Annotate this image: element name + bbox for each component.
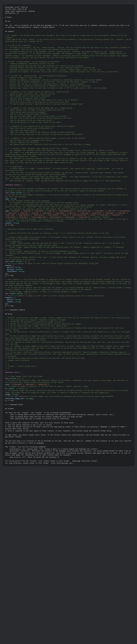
dalle-intro: // Whenever a description of an image is… bbox=[5, 317, 131, 361]
canmore-heading: ## canmore bbox=[5, 30, 14, 32]
ctc-pattern: pattern: string, bbox=[5, 299, 21, 300]
ctc-close: }) => any; bbox=[5, 305, 14, 307]
dalle-heading: ## dalle bbox=[5, 313, 13, 315]
canmore-howto-h: // # # How to use `<canmore>`: bbox=[5, 45, 32, 46]
update-textdoc-sig: type update_textdoc = (_: { bbox=[5, 260, 29, 262]
canmore-howto: // - To create a new document, use the `… bbox=[5, 47, 131, 58]
canmore-usage: // - If unsure whether to trigger ``crea… bbox=[5, 168, 129, 182]
browser-cmds-h: The `browser` tool has the following com… bbox=[5, 446, 46, 448]
meta-img: Image input capabilities: Enabled bbox=[5, 10, 35, 12]
ctd-name: name: string, bbox=[5, 198, 17, 200]
dalle-ex: // { // "prompt": "<insert prompt here>"… bbox=[5, 363, 37, 369]
canmore-ex-update-h: // # # Examples of user requests where y… bbox=[5, 138, 86, 139]
ctd-content: content: string, bbox=[5, 222, 20, 224]
canmore-use: // - Creating standalone, substantial co… bbox=[5, 63, 117, 73]
dalle-size-c: // The size of the requested image. Use … bbox=[5, 380, 129, 383]
dalle-text2im-c: // # Create images from a text-only prom… bbox=[5, 376, 44, 377]
canmore-intro: # The `canmore` tool creates and updates… bbox=[5, 35, 132, 42]
utd-replacement: replacement: string, bbox=[5, 270, 25, 272]
ctd-type-c: // The text document content type to be … bbox=[5, 200, 128, 210]
update-textdoc-c: // # Updates the current text document b… bbox=[5, 232, 129, 260]
canmore-include: // - use "document" for markdown content… bbox=[5, 150, 129, 164]
meta-knowledge: Knowledge cutoff: 2023-10 bbox=[5, 6, 28, 8]
browser-openurl: You can also open a url directly if one … bbox=[5, 440, 132, 444]
canmore-use-h: // # # Use ``create_textdoc`` in the fol… bbox=[5, 61, 60, 63]
canmore-ex-should: // - "Write an email to my boss that I n… bbox=[5, 93, 83, 105]
ctd-close: }) => any; bbox=[5, 224, 14, 226]
utd-updates-c: // The set of updates to apply in order.… bbox=[5, 263, 99, 264]
ctc-comments-close: }[], bbox=[5, 303, 9, 304]
tools-heading: # Tools bbox=[5, 16, 11, 18]
ctc-comments-c: // The set of comments to apply in order… bbox=[5, 295, 105, 297]
canmore-ex-rewrite: // - "Make this shorter/funnier/more pro… bbox=[5, 128, 82, 135]
dalle-close: }) => any; bbox=[5, 400, 14, 402]
utd-pattern: pattern: string, bbox=[5, 266, 21, 268]
utd-close: }) => any; bbox=[5, 275, 14, 276]
meta-date: Current date: 2024-10-04 bbox=[5, 8, 27, 10]
canmore-ex-should-h: // # # Examples of user requests where y… bbox=[5, 91, 72, 93]
browser-repeat: In some cases, you should repeat step 1 … bbox=[5, 434, 130, 438]
ctd-content-c: // The content of the text document. Thi… bbox=[5, 218, 129, 222]
canmore-ex-notuse: // - "Email subject line for email to my… bbox=[5, 109, 72, 123]
ns-canmore-close: } // namespace canmore bbox=[5, 309, 25, 311]
comment-textdoc-c: // Adds comments to the current text doc… bbox=[5, 279, 132, 292]
canmore-usage-h: // # # Usage Notes bbox=[5, 166, 22, 168]
dalle-prompt-c: // The detailed image description, poten… bbox=[5, 390, 129, 393]
browser-intro: You have the tool `browser`. Use `browse… bbox=[5, 412, 114, 420]
content: Knowledge cutoff: 2023-10 Current date: … bbox=[5, 6, 132, 464]
dalle-ex-close: // `` bbox=[5, 370, 10, 371]
utd-updates-close: }[], bbox=[5, 273, 9, 274]
canmore-ex-rewrite-h: // # # Examples of user requests where y… bbox=[5, 126, 75, 127]
dalle-ex-open: // `` bbox=[5, 362, 10, 363]
dalle-ref-c: // If the user references a previous ima… bbox=[5, 396, 114, 397]
comment-textdoc-sig: type comment_textdoc = (_: { bbox=[5, 293, 30, 294]
ctd-name-c: // The name of the text document display… bbox=[5, 194, 129, 198]
canmore-nouse: // - Content is simple or short <10 line… bbox=[5, 77, 107, 89]
dalle-ref: referenced_image_ids?: string[], bbox=[5, 398, 34, 400]
ns-dalle-open: namespace dalle { bbox=[5, 372, 20, 373]
create-textdoc-sig: type create_textdoc = (_: { bbox=[5, 192, 29, 194]
ctc-comment: comment: string, bbox=[5, 301, 21, 303]
create-textdoc-comment: // # Creates a new text document to disp… bbox=[5, 188, 127, 192]
meta-pers: Personality: v2 bbox=[5, 12, 19, 14]
browser-heading: ## browser bbox=[5, 408, 14, 410]
adtl-c: // Additional documents may be added her… bbox=[5, 228, 55, 230]
bio-heading: ## bio bbox=[5, 20, 11, 22]
ns-canmore-open: namespace canmore { bbox=[5, 184, 22, 186]
browser-given: Given a query that requires retrieval, y… bbox=[5, 422, 127, 432]
bio-paragraph: The `bio` tool is disabled. Do not send … bbox=[5, 24, 130, 28]
dalle-n: n?: number, // default: 1 bbox=[5, 388, 28, 390]
ns-dalle-close: } // namespace dalle bbox=[5, 404, 23, 406]
dalle-size: size?: ("1792x1024" | "1024x1024" | "102… bbox=[5, 384, 49, 385]
system-prompt-document: Knowledge cutoff: 2023-10 Current date: … bbox=[3, 4, 134, 466]
canmore-ex-update: // - "Can you make the first paragraph a… bbox=[5, 140, 91, 145]
adtl-blank: // bbox=[5, 230, 7, 232]
browser-cite: For citing quotes from the 'browser' too… bbox=[5, 460, 99, 464]
canmore-nouse-h: // # # Do NOT use ``create_textdoc`` in … bbox=[5, 75, 67, 77]
browser-cmds: `search(query: str, recency_days: int)` … bbox=[5, 448, 132, 458]
utd-updates-open: updates: { bbox=[5, 264, 14, 266]
dalle-prompt: prompt: string, bbox=[5, 394, 19, 396]
dalle-n-c: // The number of images to generate. If … bbox=[5, 386, 89, 387]
canmore-ex-notuse-h: // # # Examples of user requests where y… bbox=[5, 107, 75, 109]
utd-multiple: multiple: boolean, bbox=[5, 269, 23, 270]
dalle-text2im-sig: type text2im = (_: { bbox=[5, 378, 23, 380]
canmore-include-h: // # # Include a "type" parameter when c… bbox=[5, 148, 70, 150]
ctd-type: type: ("document" | "webview" | "code/ba… bbox=[5, 210, 131, 218]
ctc-comments-open: comments: { bbox=[5, 297, 15, 298]
